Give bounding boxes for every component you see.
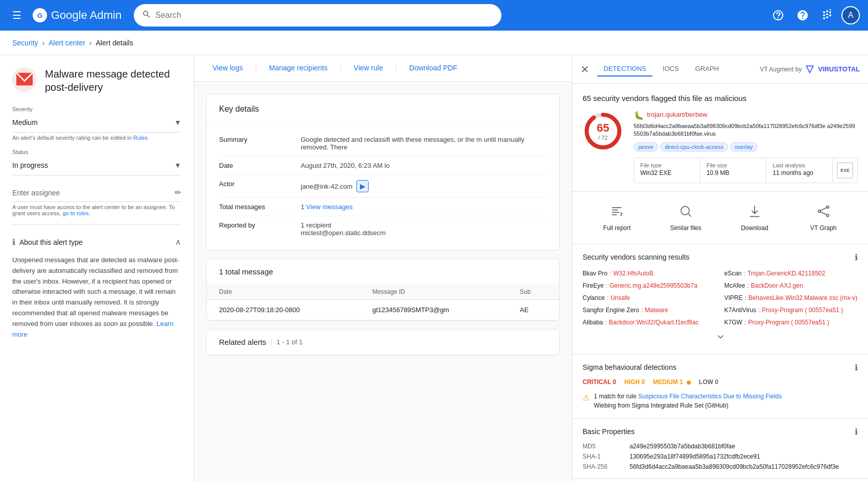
basic-properties-header: Basic Properties ℹ bbox=[583, 427, 858, 437]
go-to-roles-link[interactable]: go to roles. bbox=[62, 210, 90, 216]
tab-divider-2: | bbox=[340, 64, 341, 72]
sigma-rule-link[interactable]: Suspicious File Characteristics Due to M… bbox=[638, 393, 782, 400]
rules-link[interactable]: Rules. bbox=[133, 135, 149, 141]
vt-panel: ✕ DETECTIONS IOCS GRAPH VT Augment by VI… bbox=[572, 55, 868, 481]
expand-vendors-button[interactable] bbox=[583, 327, 858, 346]
tab-divider-1: | bbox=[255, 64, 257, 72]
vt-tab-graph[interactable]: GRAPH bbox=[689, 62, 725, 77]
vt-actions: Full report Similar files bbox=[572, 192, 868, 244]
sigma-info-icon[interactable]: ℹ bbox=[855, 363, 858, 372]
detail-row-date: Date August 27th, 2020, 6:23 AM lo bbox=[219, 157, 547, 175]
basic-properties-section: Basic Properties ℹ MD5 a249e25995503b7a5… bbox=[572, 419, 868, 479]
basic-properties-title: Basic Properties bbox=[583, 427, 635, 436]
tab-view-rule[interactable]: View rule bbox=[348, 57, 389, 80]
vt-graph-label: VT Graph bbox=[810, 224, 837, 232]
chevron-down-icon bbox=[715, 332, 726, 342]
search-input[interactable] bbox=[155, 11, 493, 20]
gmail-icon bbox=[16, 72, 33, 87]
warning-icon: ⚠ bbox=[583, 392, 590, 404]
alert-icon bbox=[12, 67, 37, 92]
detail-val-reported-by: 1 recipientmictest@open.static.ddsecm bbox=[301, 221, 547, 237]
detail-row-actor: Actor jane@ink-42.com ▶ bbox=[219, 175, 547, 198]
download-icon bbox=[748, 204, 762, 221]
vt-meta-lastanalysis-value: 11 months ago bbox=[773, 169, 826, 176]
similar-files-label: Similar files bbox=[670, 224, 701, 232]
scan-vendor-cylance: Cylance bbox=[583, 294, 605, 301]
tab-download-pdf[interactable]: Download PDF bbox=[403, 57, 464, 80]
sigma-match-content: 1 match for rule Suspicious File Charact… bbox=[594, 392, 782, 410]
vt-hash: 56fd3d6d4acc2a9baeaa5b3a898309cd09bcb2a5… bbox=[634, 122, 858, 138]
bp-sha1-value: 130695e293a18f74899d5895a1732fcdfb2ece91 bbox=[630, 453, 858, 460]
view-messages-link[interactable]: View messages bbox=[306, 203, 353, 211]
key-details-grid: Summary Google detected and reclassifi w… bbox=[207, 122, 559, 250]
messages-header: 1 total message bbox=[207, 259, 559, 284]
close-icon[interactable]: ✕ bbox=[581, 63, 589, 75]
sigma-section: Sigma behavioural detections ℹ CRITICAL … bbox=[572, 355, 868, 419]
vt-tab-iocs[interactable]: IOCS bbox=[657, 62, 685, 77]
chevron-up-icon: ∧ bbox=[175, 237, 181, 247]
scan-vendor-bkav: Bkav Pro bbox=[583, 270, 608, 277]
alert-title: Malware message detected post-delivery bbox=[45, 67, 181, 94]
full-report-button[interactable]: Full report bbox=[583, 200, 652, 236]
key-details-card: Key details Summary Google detected and … bbox=[206, 94, 560, 250]
col-date: Date bbox=[207, 284, 360, 300]
hamburger-menu[interactable]: ☰ bbox=[8, 5, 26, 26]
help-icon-btn[interactable] bbox=[792, 5, 813, 26]
svg-line-10 bbox=[821, 208, 827, 211]
vt-tag-peexe[interactable]: peexe bbox=[634, 142, 658, 151]
table-row[interactable]: 2020-08-27T09:18:20-0800 gt123456789SMTP… bbox=[207, 300, 559, 320]
status-field: Status In progress ▼ bbox=[12, 149, 181, 175]
sigma-match: ⚠ 1 match for rule Suspicious File Chara… bbox=[583, 392, 858, 410]
vt-meta-lastanalysis: Last analysis 11 months ago bbox=[766, 158, 833, 183]
tab-view-logs[interactable]: View logs bbox=[206, 57, 249, 80]
vt-score-section: 65 security vendors flagged this file as… bbox=[572, 84, 868, 192]
breadcrumb-alert-center[interactable]: Alert center bbox=[49, 39, 85, 47]
scan-result-mcafee: BackDoor-AXJ.gen bbox=[751, 282, 803, 289]
scan-vendor-k7av: K7AntiVirus bbox=[725, 307, 756, 314]
basic-properties-info-icon[interactable]: ℹ bbox=[855, 427, 858, 437]
messages-card: 1 total message Date Message ID Sub 2020… bbox=[206, 259, 560, 321]
scanning-results-info-icon[interactable]: ℹ bbox=[855, 252, 858, 262]
assignee-field-wrap: Enter assignee ✏ A user must have access… bbox=[12, 184, 181, 216]
scan-vendor-alibaba: Alibaba bbox=[583, 319, 603, 326]
svg-line-11 bbox=[821, 212, 827, 215]
avatar[interactable]: A bbox=[841, 6, 860, 24]
breadcrumb-security[interactable]: Security bbox=[12, 39, 38, 47]
status-dropdown[interactable]: In progress ▼ bbox=[12, 157, 181, 175]
vt-donut-text: 65 / 72 bbox=[597, 121, 609, 141]
vt-tags: peexe direct-cpu-clock-access overlay bbox=[634, 142, 858, 151]
sigma-match-source: Wiebing from Sigma Integrated Rule Set (… bbox=[594, 402, 728, 409]
search-bar[interactable] bbox=[134, 4, 501, 27]
related-alerts-count: 1 - 1 of 1 bbox=[276, 338, 302, 346]
vt-tab-detections[interactable]: DETECTIONS bbox=[597, 62, 653, 77]
scan-result-alibaba: Backdoor:Win32/Qukart.f1ecf8ac bbox=[609, 319, 698, 326]
severity-dropdown[interactable]: Medium ▼ bbox=[12, 114, 181, 133]
exe-file-icon: EXE bbox=[837, 162, 853, 179]
scan-result-sangfor: Malware bbox=[645, 307, 668, 314]
support-icon-btn[interactable] bbox=[768, 5, 788, 26]
severity-hint: An alert's default severity rating can b… bbox=[12, 135, 181, 141]
scan-row-fireeye: FireEye : Generic.mg.a249e25995503b7a bbox=[583, 281, 716, 291]
sigma-match-text: 1 match for rule bbox=[594, 393, 636, 400]
vt-tag-cpu-clock[interactable]: direct-cpu-clock-access bbox=[660, 142, 728, 151]
msg-id: gt123456789SMTP3@gm bbox=[360, 300, 508, 320]
similar-files-button[interactable]: Similar files bbox=[652, 200, 720, 236]
msg-sub: AE bbox=[508, 300, 559, 320]
header-actions: A bbox=[768, 5, 860, 26]
vt-graph-button[interactable]: VT Graph bbox=[789, 200, 858, 236]
scan-result-escan: Trojan.GenericKD.42118502 bbox=[748, 270, 825, 277]
scan-vendor-sangfor: Sangfor Engine Zero bbox=[583, 307, 639, 314]
scan-result-vipre: BehavesLike.Win32.Malware.ssc (mx-v) bbox=[749, 294, 857, 301]
assignee-field[interactable]: Enter assignee ✏ bbox=[12, 184, 181, 202]
scan-result-fireeye: Generic.mg.a249e25995503b7a bbox=[610, 282, 697, 289]
apps-icon-btn[interactable] bbox=[817, 5, 837, 26]
about-section-header[interactable]: ℹ About this alert type ∧ bbox=[12, 233, 181, 251]
vt-tag-overlay[interactable]: overlay bbox=[730, 142, 757, 151]
about-header-left: ℹ About this alert type bbox=[12, 237, 83, 247]
download-button[interactable]: Download bbox=[720, 200, 789, 236]
tab-manage-recipients[interactable]: Manage recipients bbox=[263, 57, 333, 80]
edit-icon[interactable]: ✏ bbox=[175, 188, 181, 197]
severity-value: Medium bbox=[12, 118, 38, 126]
scan-grid: Bkav Pro : W32.HfsAutoB. eScan : Trojan.… bbox=[583, 268, 858, 327]
scan-vendor-fireeye: FireEye bbox=[583, 282, 604, 289]
